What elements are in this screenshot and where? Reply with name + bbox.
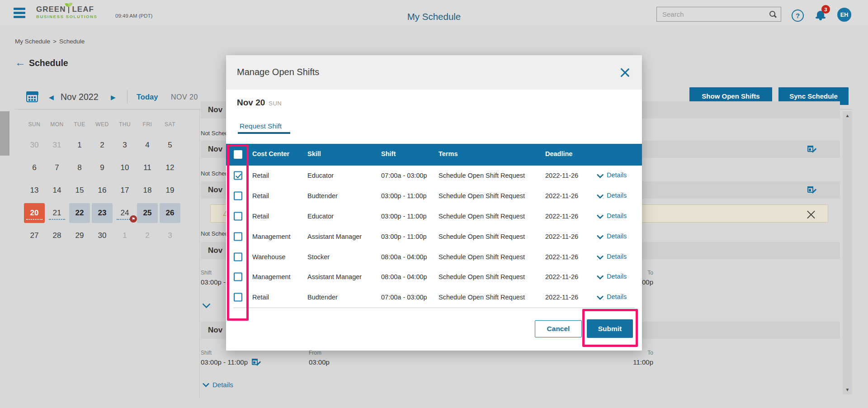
day-number: 11 bbox=[143, 163, 151, 172]
calendar-day-headers: SUN MON TUE WED THU FRI SAT bbox=[23, 121, 181, 128]
back-arrow-icon[interactable]: ← bbox=[15, 57, 26, 68]
scroll-up-icon[interactable]: ▲ bbox=[843, 112, 852, 119]
notifications-button[interactable]: 3 bbox=[815, 8, 830, 23]
calendar-day-3[interactable]: 3 bbox=[114, 135, 135, 155]
calendar-day-25[interactable]: 25 bbox=[137, 203, 158, 223]
details-toggle[interactable]: Details bbox=[203, 381, 233, 389]
calendar-day-24[interactable]: 24⚑ bbox=[114, 203, 135, 223]
tab-request-shift[interactable]: Request Shift bbox=[240, 122, 282, 130]
calendar-day-26[interactable]: 26 bbox=[160, 203, 180, 223]
calendar-day-19[interactable]: 19 bbox=[160, 180, 180, 200]
next-month-icon[interactable]: ▶ bbox=[111, 94, 116, 101]
terms-cell: Schedule Open Shift Request bbox=[439, 273, 525, 280]
hamburger-menu-icon[interactable] bbox=[14, 8, 25, 18]
search-input[interactable] bbox=[657, 7, 781, 21]
details-toggle[interactable]: Details bbox=[598, 294, 627, 300]
cost-center-cell: Warehouse bbox=[252, 253, 286, 261]
calendar-day-3[interactable]: 3 bbox=[160, 226, 180, 246]
shift-checkbox[interactable] bbox=[234, 212, 242, 220]
day-number: 24 bbox=[121, 209, 129, 218]
select-all-checkbox[interactable] bbox=[234, 150, 242, 159]
day-number: 1 bbox=[77, 141, 81, 150]
shift-checkbox[interactable] bbox=[234, 273, 242, 281]
calendar-day-11[interactable]: 11 bbox=[137, 158, 158, 178]
calendar-day-4[interactable]: 4 bbox=[137, 135, 158, 155]
details-label: Details bbox=[607, 293, 627, 300]
day-header-sat: SAT bbox=[159, 121, 181, 128]
scroll-down-icon[interactable]: ▼ bbox=[843, 386, 852, 394]
details-toggle[interactable]: Details bbox=[598, 254, 627, 260]
open-shift-row-1: RetailEducator07:00a - 03:00pSchedule Op… bbox=[226, 166, 642, 186]
calendar-day-22[interactable]: 22 bbox=[69, 203, 90, 223]
details-toggle[interactable]: Details bbox=[598, 274, 627, 280]
shift-cell: 03:00p - 11:00p bbox=[381, 213, 427, 220]
shift-checkbox[interactable] bbox=[234, 293, 242, 302]
calendar-day-2[interactable]: 2 bbox=[137, 226, 158, 246]
breadcrumb: My Schedule>Schedule bbox=[15, 38, 85, 45]
calendar-day-30[interactable]: 30 bbox=[92, 226, 113, 246]
cost-center-cell: Management bbox=[252, 233, 291, 240]
day-number: 29 bbox=[75, 231, 84, 240]
details-toggle[interactable]: Details bbox=[598, 193, 627, 199]
calendar-icon[interactable] bbox=[26, 91, 38, 102]
calendar-day-28[interactable]: 28 bbox=[47, 226, 67, 246]
submit-button[interactable]: Submit bbox=[587, 319, 633, 338]
open-shift-row-2: RetailBudtender03:00p - 11:00pSchedule O… bbox=[226, 186, 642, 206]
help-icon[interactable]: ? bbox=[792, 9, 804, 22]
avatar[interactable]: EH bbox=[837, 8, 851, 22]
calendar-day-8[interactable]: 8 bbox=[69, 158, 90, 178]
day-number: 2 bbox=[100, 141, 104, 150]
shift-time-text: 03:00p - 11:00p bbox=[201, 358, 248, 366]
app-logo[interactable]: GREEN LEAF BUSINESS SOLUTIONS bbox=[36, 5, 97, 19]
calendar-day-14[interactable]: 14 bbox=[47, 180, 67, 200]
calendar-day-16[interactable]: 16 bbox=[92, 180, 113, 200]
calendar-day-23[interactable]: 23 bbox=[92, 203, 113, 223]
calendar-day-29[interactable]: 29 bbox=[69, 226, 90, 246]
shift-checkbox-checked[interactable] bbox=[234, 171, 242, 180]
chevron-down-icon[interactable] bbox=[202, 300, 210, 308]
breadcrumb-parent[interactable]: My Schedule bbox=[15, 38, 50, 45]
close-icon[interactable] bbox=[620, 68, 629, 77]
chevron-down-icon bbox=[597, 293, 604, 300]
dismiss-alert-icon[interactable] bbox=[807, 209, 815, 218]
calendar-day-10[interactable]: 10 bbox=[114, 158, 135, 178]
scrollbar-track[interactable]: ▲ ▼ bbox=[843, 111, 852, 394]
search-icon[interactable] bbox=[769, 11, 777, 18]
dialog-day-abbrev: SUN bbox=[269, 100, 282, 107]
calendar-day-7[interactable]: 7 bbox=[47, 158, 67, 178]
chevron-down-icon bbox=[597, 232, 604, 240]
details-toggle[interactable]: Details bbox=[598, 213, 627, 219]
calendar-day-1[interactable]: 1 bbox=[69, 135, 90, 155]
calendar-day-27[interactable]: 27 bbox=[24, 226, 45, 246]
day-number: 16 bbox=[98, 186, 107, 195]
shift-checkbox[interactable] bbox=[234, 252, 242, 261]
edit-schedule-icon[interactable] bbox=[807, 186, 815, 194]
calendar-day-9[interactable]: 9 bbox=[92, 158, 113, 178]
shift-checkbox[interactable] bbox=[234, 232, 242, 241]
calendar-day-15[interactable]: 15 bbox=[69, 180, 90, 200]
calendar-day-18[interactable]: 18 bbox=[137, 180, 158, 200]
calendar-day-5[interactable]: 5 bbox=[160, 135, 180, 155]
cancel-button[interactable]: Cancel bbox=[535, 320, 582, 337]
calendar-day-13[interactable]: 13 bbox=[24, 180, 45, 200]
calendar-day-20[interactable]: 20 bbox=[24, 203, 45, 223]
calendar-day-2[interactable]: 2 bbox=[92, 135, 113, 155]
shift-checkbox[interactable] bbox=[234, 192, 242, 200]
calendar-day-17[interactable]: 17 bbox=[114, 180, 135, 200]
previous-month-icon[interactable]: ◀ bbox=[49, 94, 54, 101]
shift-cell: 07:00a - 03:00p bbox=[381, 172, 427, 179]
calendar-day-30[interactable]: 30 bbox=[24, 135, 45, 155]
edit-schedule-icon[interactable] bbox=[807, 145, 815, 153]
scrollbar-thumb[interactable] bbox=[0, 111, 9, 156]
calendar-day-12[interactable]: 12 bbox=[160, 158, 180, 178]
calendar-day-1[interactable]: 1 bbox=[114, 226, 135, 246]
today-button[interactable]: Today bbox=[137, 93, 158, 101]
calendar-day-31[interactable]: 31 bbox=[47, 135, 67, 155]
calendar-day-6[interactable]: 6 bbox=[24, 158, 45, 178]
calendar-day-21[interactable]: 21 bbox=[47, 203, 67, 223]
edit-shift-icon[interactable] bbox=[252, 358, 259, 366]
details-toggle[interactable]: Details bbox=[598, 172, 627, 179]
details-toggle[interactable]: Details bbox=[598, 233, 627, 240]
header-cost-center: Cost Center bbox=[252, 150, 289, 157]
breadcrumb-current[interactable]: Schedule bbox=[59, 38, 85, 45]
